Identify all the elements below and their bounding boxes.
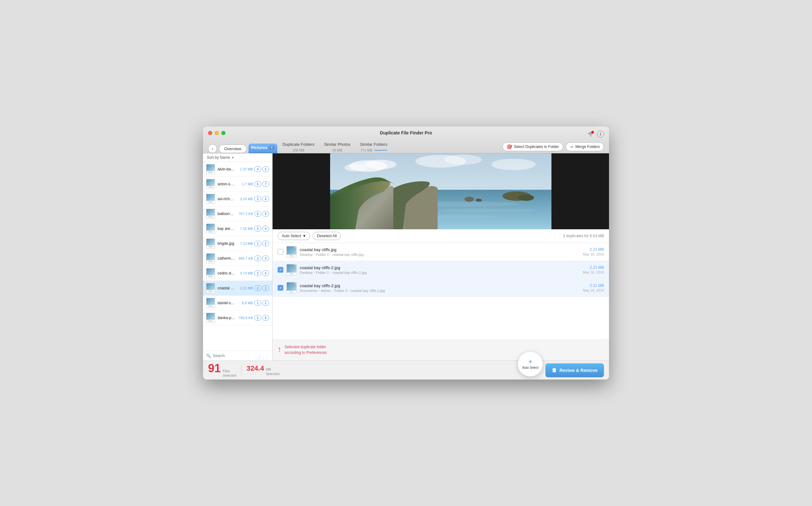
svg-point-9 <box>441 209 536 212</box>
files-label: FilesSelected <box>222 369 236 378</box>
badge-2: 2 <box>262 300 269 306</box>
dropdown-arrow-icon: ▼ <box>302 234 306 238</box>
file-list-item-3[interactable]: JPEG balloons_0.jpg 767.2 KB 8 9 <box>203 206 272 222</box>
badge-2: 2 <box>262 241 269 246</box>
overview-button[interactable]: Overview <box>219 145 247 153</box>
file-size: 7.13 MB <box>238 242 253 245</box>
badge-1: 2 <box>254 285 261 291</box>
dup-size-1: 2.21 MB <box>583 247 604 252</box>
dup-name-2: coastal bay cliffs-2.jpg <box>300 265 579 270</box>
badge-2: 5 <box>262 166 269 172</box>
search-input[interactable] <box>213 354 260 358</box>
file-list-item-6[interactable]: JPEG catherine-heath.jpg 686.7 KB 3 4 <box>203 251 272 266</box>
file-size: 767.2 KB <box>238 212 253 216</box>
duplicate-list: JPEG coastal bay cliffs.jpg Desktop›Fold… <box>273 243 609 339</box>
preview-image <box>273 153 609 229</box>
file-icon: JPEG <box>206 313 215 323</box>
duplicate-item-2[interactable]: JPEG coastal bay cliffs-2.jpg Desktop›Fo… <box>273 261 609 279</box>
file-name: danka-peter.jpg <box>217 316 235 320</box>
file-icon: JPEG <box>206 209 215 219</box>
duplicate-item-3[interactable]: JPEG coastal bay cliffs-2.jpg Documents›… <box>273 279 609 297</box>
badge-1: 3 <box>254 256 261 261</box>
dup-name-1: coastal bay cliffs.jpg <box>300 247 579 252</box>
merge-icon: ⇒ <box>570 144 573 149</box>
svg-point-13 <box>464 197 474 202</box>
auto-select-star-icon: ✳ <box>528 358 533 365</box>
file-size: 3.24 MB <box>238 197 253 201</box>
dup-date-1: May 16, 2019 <box>583 252 604 256</box>
maximize-button[interactable] <box>221 131 225 135</box>
tab-pictures[interactable]: Pictures ▼ <box>249 144 277 153</box>
auto-select-dropdown-button[interactable]: Auto Select ▼ <box>278 232 310 240</box>
checkbox-2[interactable] <box>278 267 283 273</box>
file-list-item-8[interactable]: JPEG coastal bay cliffs.jpg 2.21 MB 2 3 <box>203 281 272 296</box>
search-icon: 🔍 <box>206 354 211 358</box>
file-name: catherine-heath.jpg <box>217 256 235 261</box>
badge-1: 5 <box>254 315 261 321</box>
dup-info-3: coastal bay cliffs-2.jpg Documents›Admin… <box>300 283 579 292</box>
file-name: cedric-dhaenens.jpg <box>217 271 235 275</box>
search-bar: 🔍 <box>203 351 272 360</box>
file-list-item-2[interactable]: JPEG avi-richardsh.jpg 3.24 MB 3 4 <box>203 192 272 206</box>
dup-path-3: Documents›Admin›Folder 3›coastal bay cli… <box>300 289 579 292</box>
file-list-item-0[interactable]: JPEG alvin-balemesa.jpg 1.37 MB 4 5 <box>203 162 272 177</box>
app-title: Duplicate File Finder Pro <box>380 130 432 135</box>
file-icon: JPEG <box>206 179 215 189</box>
checkbox-3[interactable] <box>278 285 283 290</box>
file-list-item-10[interactable]: JPEG danka-peter.jpg 796.8 KB 5 6 <box>203 311 272 325</box>
file-list-item-1[interactable]: JPEG anton-sharov.jpg 1.7 MB 6 7 <box>203 177 272 192</box>
close-button[interactable] <box>208 131 212 135</box>
duplicate-item-1[interactable]: JPEG coastal bay cliffs.jpg Desktop›Fold… <box>273 243 609 261</box>
dup-date-2: May 16, 2019 <box>583 270 604 274</box>
svg-point-3 <box>344 164 366 171</box>
deselect-all-button[interactable]: Deselect All <box>313 232 341 240</box>
back-button[interactable]: ‹ <box>208 144 217 153</box>
bottom-actions: ✳ Auto Select 🗑 Review & Remove <box>518 363 604 377</box>
review-remove-button[interactable]: 🗑 Review & Remove <box>545 363 604 377</box>
merge-folders-button[interactable]: ⇒ Merge Folders <box>566 142 604 151</box>
file-size: 3.74 MB <box>238 271 253 275</box>
tab-duplicate-folders[interactable]: Duplicate Folders 336 MB <box>278 140 319 153</box>
dup-size-3: 2.21 MB <box>583 283 604 288</box>
badge-2: 4 <box>262 270 269 276</box>
select-duplicates-button[interactable]: 🎯 Select Duplicates in Folder <box>503 142 563 151</box>
badge-2: 4 <box>262 256 269 261</box>
file-name: daniel-salcius.jpg <box>217 301 235 305</box>
file-icon: JPEG <box>206 224 215 234</box>
callout-text: Selected duplicate folderaccording to Pr… <box>285 344 327 355</box>
file-icon: JPEG <box>206 253 215 263</box>
badge-2: 3 <box>262 285 269 291</box>
file-list: JPEG alvin-balemesa.jpg 1.37 MB 4 5 JPEG… <box>203 162 272 351</box>
svg-point-5 <box>444 155 482 165</box>
dup-meta-1: 2.21 MB May 16, 2019 <box>583 247 604 256</box>
file-name: anton-sharov.jpg <box>217 182 235 186</box>
file-list-item-7[interactable]: JPEG cedric-dhaenens.jpg 3.74 MB 3 4 <box>203 266 272 281</box>
mb-count: 324.4 <box>247 364 264 372</box>
dup-meta-3: 2.21 MB May 16, 2019 <box>583 283 604 292</box>
file-list-item-9[interactable]: JPEG daniel-salcius.jpg 6.8 MB 1 2 <box>203 296 272 311</box>
file-list-item-5[interactable]: JPEG brigde.jpg 7.13 MB 1 2 <box>203 236 272 251</box>
file-size: 796.8 KB <box>238 316 253 320</box>
minimize-button[interactable] <box>215 131 219 135</box>
badge-1: 6 <box>254 181 261 187</box>
main-content: Sort by Name ▼ JPEG alvin-balemesa.jpg 1… <box>203 153 609 360</box>
tab-similar-folders[interactable]: Similar Folders 771 MB <box>355 140 392 153</box>
duplicate-count: 3 duplicates for 6.63 MB <box>563 234 604 238</box>
tab-similar-photos[interactable]: Similar Photos 35 MB <box>320 140 355 153</box>
title-bar: Duplicate File Finder Pro i ‹ Overview P… <box>203 126 609 153</box>
file-name: alvin-balemesa.jpg <box>217 167 235 171</box>
sort-bar[interactable]: Sort by Name ▼ <box>203 153 272 162</box>
info-icon[interactable]: i <box>597 131 604 138</box>
badge-2: 7 <box>262 181 269 187</box>
traffic-lights <box>208 131 225 135</box>
title-right-icons: i <box>587 130 604 138</box>
app-window: Duplicate File Finder Pro i ‹ Overview P… <box>203 126 609 380</box>
file-list-item-4[interactable]: JPEG bay area.jpg 7.26 MB 3 4 <box>203 222 272 236</box>
checkbox-1[interactable] <box>278 249 283 255</box>
file-size: 1.7 MB <box>238 182 253 186</box>
file-size: 2.21 MB <box>238 286 253 290</box>
auto-select-label: Auto Select <box>282 234 301 238</box>
file-name: coastal bay cliffs.jpg <box>217 286 235 290</box>
auto-select-circle-button[interactable]: ✳ Auto Select <box>518 351 543 376</box>
file-size: 6.8 MB <box>238 301 253 305</box>
